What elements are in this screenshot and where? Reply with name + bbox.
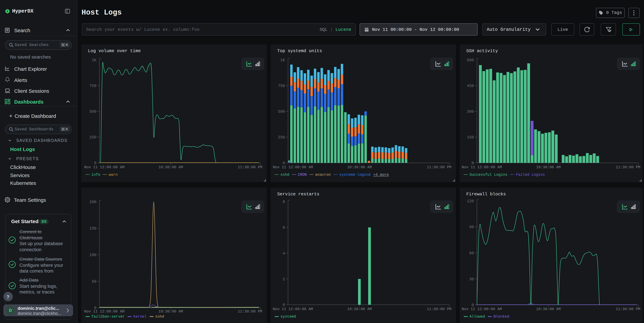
svg-text:11:30:00 PM: 11:30:00 PM bbox=[427, 307, 452, 311]
svg-text:1K: 1K bbox=[92, 58, 96, 63]
svg-text:Nov 11 12:00:00 AM: Nov 11 12:00:00 AM bbox=[462, 307, 502, 311]
svg-text:0: 0 bbox=[282, 303, 285, 307]
svg-text:2: 2 bbox=[282, 277, 285, 281]
svg-text:100: 100 bbox=[90, 253, 96, 257]
svg-text:0: 0 bbox=[472, 303, 474, 307]
svg-text:750: 750 bbox=[90, 84, 96, 88]
svg-text:10:30:00 AM: 10:30:00 AM bbox=[158, 309, 183, 314]
svg-text:11:30:00 PM: 11:30:00 PM bbox=[616, 307, 640, 311]
svg-text:250: 250 bbox=[278, 135, 285, 140]
svg-text:11:30:00 PM: 11:30:00 PM bbox=[238, 309, 262, 314]
svg-text:8: 8 bbox=[282, 200, 285, 204]
svg-text:10:30:00 AM: 10:30:00 AM bbox=[347, 307, 372, 311]
svg-text:Nov 11 12:00:00 AM: Nov 11 12:00:00 AM bbox=[273, 165, 313, 169]
svg-text:0: 0 bbox=[282, 161, 285, 165]
svg-text:1K: 1K bbox=[280, 58, 285, 63]
svg-text:500: 500 bbox=[90, 110, 96, 114]
svg-text:Nov 11 12:00:00 AM: Nov 11 12:00:00 AM bbox=[84, 165, 124, 169]
svg-text:11:30:00 PM: 11:30:00 PM bbox=[427, 165, 452, 169]
svg-text:11:30:00 PM: 11:30:00 PM bbox=[616, 165, 640, 169]
svg-text:600: 600 bbox=[467, 58, 474, 63]
svg-text:6: 6 bbox=[282, 225, 285, 230]
svg-text:11:30:00 PM: 11:30:00 PM bbox=[238, 165, 262, 169]
svg-text:0: 0 bbox=[94, 161, 96, 165]
svg-text:10:30:00 AM: 10:30:00 AM bbox=[347, 165, 372, 169]
svg-text:10:30:00 AM: 10:30:00 AM bbox=[536, 165, 560, 169]
svg-text:200: 200 bbox=[90, 200, 96, 204]
svg-text:10:30:00 AM: 10:30:00 AM bbox=[536, 307, 560, 311]
svg-text:150: 150 bbox=[467, 135, 474, 140]
svg-text:450: 450 bbox=[467, 84, 474, 88]
svg-text:10:30:00 AM: 10:30:00 AM bbox=[158, 165, 183, 169]
svg-text:60: 60 bbox=[469, 251, 474, 255]
svg-text:4: 4 bbox=[282, 251, 285, 256]
svg-text:Nov 11 12:00:00 AM: Nov 11 12:00:00 AM bbox=[462, 165, 502, 169]
svg-text:50: 50 bbox=[92, 279, 96, 284]
svg-text:750: 750 bbox=[278, 84, 285, 88]
svg-text:Nov 11 12:00:00 AM: Nov 11 12:00:00 AM bbox=[84, 309, 124, 314]
svg-text:250: 250 bbox=[90, 135, 96, 140]
svg-text:0: 0 bbox=[472, 161, 474, 165]
svg-text:300: 300 bbox=[467, 110, 474, 114]
svg-text:150: 150 bbox=[90, 226, 96, 231]
svg-text:30: 30 bbox=[469, 277, 474, 281]
svg-text:500: 500 bbox=[278, 110, 285, 114]
svg-text:Nov 11 12:00:00 AM: Nov 11 12:00:00 AM bbox=[273, 307, 313, 311]
svg-text:120: 120 bbox=[467, 199, 474, 203]
svg-text:90: 90 bbox=[469, 225, 474, 229]
